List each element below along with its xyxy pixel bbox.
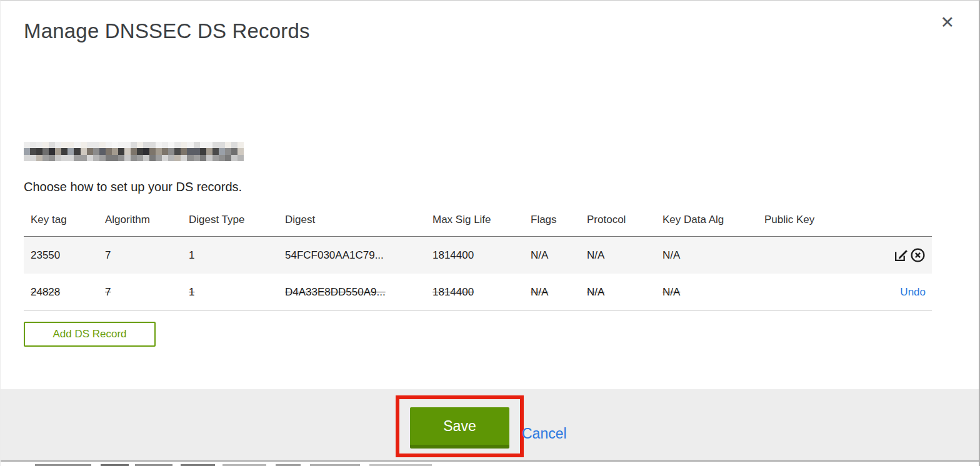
column-header-algorithm: Algorithm <box>98 214 182 226</box>
delete-record-icon[interactable] <box>910 247 926 263</box>
cell-max-sig-life: 1814400 <box>426 286 524 299</box>
instruction-text: Choose how to set up your DS records. <box>24 180 242 194</box>
cell-actions: Undo <box>889 286 932 299</box>
cell-key-data-alg: N/A <box>656 249 758 262</box>
column-header-key-tag: Key tag <box>24 214 98 226</box>
cell-max-sig-life: 1814400 <box>426 249 524 262</box>
cell-key-tag: 23550 <box>24 249 98 262</box>
cell-digest-type: 1 <box>182 286 278 299</box>
cell-digest: 54FCF030AA1C79... <box>278 249 426 262</box>
cell-flags: N/A <box>524 286 580 299</box>
table-row: 23550 7 1 54FCF030AA1C79... 1814400 N/A … <box>24 236 932 274</box>
redacted-domain-name <box>24 142 244 161</box>
cell-key-data-alg: N/A <box>656 286 758 299</box>
page-title: Manage DNSSEC DS Records <box>24 19 310 43</box>
cell-flags: N/A <box>524 249 580 262</box>
cell-key-tag: 24828 <box>24 286 98 299</box>
cell-protocol: N/A <box>580 249 656 262</box>
annotation-highlight-box: Save <box>396 395 524 457</box>
column-header-protocol: Protocol <box>580 214 656 226</box>
ds-records-table: Key tag Algorithm Digest Type Digest Max… <box>24 204 932 311</box>
cancel-link[interactable]: Cancel <box>522 425 567 442</box>
table-row-deleted: 24828 7 1 D4A33E8DD550A9... 1814400 N/A … <box>24 274 932 311</box>
save-button[interactable]: Save <box>410 407 509 449</box>
cell-actions <box>889 247 932 263</box>
column-header-public-key: Public Key <box>758 214 889 226</box>
column-header-digest: Digest <box>278 214 426 226</box>
column-header-max-sig-life: Max Sig Life <box>426 214 524 226</box>
close-icon[interactable]: ✕ <box>940 14 954 31</box>
cell-protocol: N/A <box>580 286 656 299</box>
cell-algorithm: 7 <box>98 286 182 299</box>
cell-digest-type: 1 <box>182 249 278 262</box>
column-header-digest-type: Digest Type <box>182 214 278 226</box>
edit-record-icon[interactable] <box>893 247 909 263</box>
background-page-fragment <box>1 463 979 466</box>
undo-link[interactable]: Undo <box>900 286 926 299</box>
column-header-flags: Flags <box>524 214 580 226</box>
add-ds-record-button[interactable]: Add DS Record <box>24 322 156 347</box>
table-header-row: Key tag Algorithm Digest Type Digest Max… <box>24 204 932 236</box>
cell-digest: D4A33E8DD550A9... <box>278 286 426 299</box>
cell-algorithm: 7 <box>98 249 182 262</box>
dnssec-modal: Manage DNSSEC DS Records ✕ Choose how to… <box>0 0 980 466</box>
modal-footer: Save Cancel <box>1 389 979 462</box>
column-header-key-data-alg: Key Data Alg <box>656 214 758 226</box>
